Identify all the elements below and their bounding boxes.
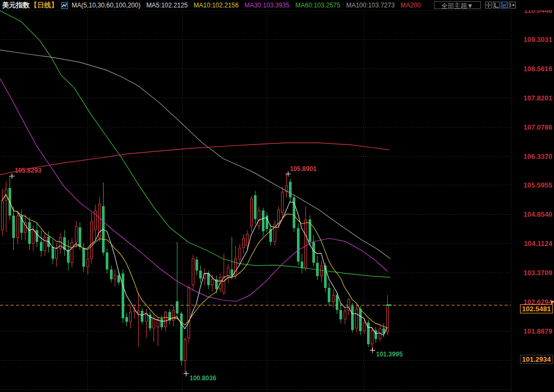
pan-right-icon[interactable] xyxy=(509,2,516,8)
ma10-value: MA10:102.2156 xyxy=(193,2,238,9)
chart-app: 美元指数 【日线】 MA(5,10,30,60,100,200) MA5:102… xyxy=(0,0,554,392)
period-label: 【日线】 xyxy=(30,1,58,10)
kline-chart-icon xyxy=(61,2,68,8)
all-themes-button[interactable]: 全部主题▼ xyxy=(434,1,481,9)
ma60-value: MA60:103.2575 xyxy=(295,2,340,9)
ma200-value: MA200 xyxy=(400,2,421,9)
ma-params-label: MA(5,10,30,60,100,200) xyxy=(72,2,140,9)
axis-scale-icon[interactable] xyxy=(493,2,500,8)
instrument-title: 美元指数 xyxy=(2,1,30,10)
ma5-value: MA5:102.2125 xyxy=(146,2,187,9)
line-chart-icon[interactable] xyxy=(501,2,508,8)
ma100-value: MA100:103.7273 xyxy=(346,2,395,9)
ma30-value: MA30:103.3935 xyxy=(244,2,289,9)
crosshair-tool-icon[interactable] xyxy=(485,2,492,8)
price-chart-canvas[interactable] xyxy=(0,0,554,392)
toolbar-icons xyxy=(484,2,516,8)
topbar: 美元指数 【日线】 MA(5,10,30,60,100,200) MA5:102… xyxy=(0,0,554,10)
